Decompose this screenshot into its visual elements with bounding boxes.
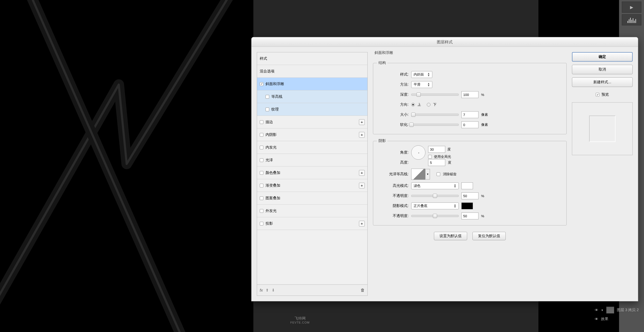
- preview-checkbox[interactable]: ✓: [596, 93, 599, 96]
- trash-icon[interactable]: 🗑: [361, 288, 365, 293]
- style-item-gradient-overlay[interactable]: 渐变叠加+: [257, 179, 367, 192]
- checkbox-icon[interactable]: [260, 184, 263, 187]
- add-icon[interactable]: +: [359, 221, 365, 227]
- style-list[interactable]: 样式 混合选项 斜面和浮雕 等高线 纹理 描边+ 内阴影+ 内发光 光泽 颜色叠…: [257, 52, 368, 285]
- size-input[interactable]: 7: [461, 111, 479, 118]
- watermark-site: FEVTE.COM: [290, 321, 310, 324]
- size-label: 大小:: [377, 112, 409, 117]
- move-down-icon[interactable]: ⬇: [272, 288, 275, 293]
- cancel-button[interactable]: 取消: [572, 65, 633, 74]
- soften-unit: 像素: [481, 122, 488, 127]
- checkbox-icon[interactable]: [260, 209, 263, 213]
- highlight-mode-label: 高光模式:: [377, 183, 409, 188]
- disclosure-icon[interactable]: ▼: [601, 309, 604, 312]
- altitude-input[interactable]: 5: [428, 159, 445, 166]
- checkbox-icon[interactable]: [260, 146, 263, 149]
- add-icon[interactable]: +: [359, 119, 365, 125]
- play-button[interactable]: [622, 2, 641, 13]
- technique-select[interactable]: 平滑▲▼: [411, 81, 432, 88]
- fx-icon[interactable]: fx: [260, 288, 263, 292]
- style-item-pattern-overlay[interactable]: 图案叠加: [257, 192, 367, 205]
- style-item-texture[interactable]: 纹理: [257, 103, 367, 116]
- add-icon[interactable]: +: [359, 170, 365, 176]
- style-item-bevel-emboss[interactable]: 斜面和浮雕: [257, 78, 367, 90]
- shadow-opacity-label: 不透明度:: [377, 214, 409, 218]
- preview-box: [572, 102, 633, 155]
- move-up-icon[interactable]: ⬆: [266, 288, 269, 293]
- shadow-opacity-input[interactable]: 50: [461, 213, 479, 219]
- direction-down-radio[interactable]: [427, 103, 430, 107]
- shadow-mode-select[interactable]: 正片叠底▲▼: [411, 202, 459, 209]
- dialog-right-column: 确定 取消 新建样式... ✓ 预览: [572, 52, 633, 296]
- soften-slider[interactable]: [411, 124, 459, 126]
- direction-up-radio[interactable]: [411, 103, 415, 107]
- new-style-button[interactable]: 新建样式...: [572, 77, 633, 87]
- shadow-opacity-slider[interactable]: [411, 215, 459, 217]
- shading-group: 阴影 角度: 30 度 使用全局光: [373, 139, 567, 225]
- layer-name[interactable]: 图层 3 拷贝 2: [617, 308, 639, 312]
- style-item-inner-shadow[interactable]: 内阴影+: [257, 128, 367, 141]
- style-item-inner-glow[interactable]: 内发光: [257, 141, 367, 154]
- shadow-mode-label: 阴影模式:: [377, 204, 409, 208]
- style-list-footer: fx ⬆ ⬇ 🗑: [257, 285, 368, 296]
- checkbox-icon[interactable]: [260, 222, 263, 225]
- style-item-blend-options[interactable]: 混合选项: [257, 65, 367, 78]
- highlight-opacity-slider[interactable]: [411, 195, 459, 197]
- checkbox-icon[interactable]: [266, 108, 269, 111]
- soften-label: 软化:: [377, 122, 409, 127]
- depth-input[interactable]: 100: [461, 91, 479, 98]
- bevel-options-panel: 斜面和浮雕 结构 样式: 内斜面▲▼ 方法: 平滑▲▼ 深度: 100 %: [373, 52, 567, 296]
- style-item-color-overlay[interactable]: 颜色叠加+: [257, 167, 367, 179]
- layer-thumbnail[interactable]: [606, 307, 614, 313]
- preview-label: 预览: [602, 92, 609, 97]
- depth-slider[interactable]: [411, 94, 459, 96]
- add-icon[interactable]: +: [359, 132, 365, 138]
- gloss-contour-label: 光泽等高线:: [377, 172, 409, 177]
- checkbox-icon[interactable]: [260, 133, 263, 137]
- size-unit: 像素: [481, 112, 488, 117]
- ok-button[interactable]: 确定: [572, 52, 633, 62]
- layer-style-dialog: 图层样式 样式 混合选项 斜面和浮雕 等高线 纹理 描边+ 内阴影+ 内发光 光…: [251, 37, 638, 301]
- checkbox-icon[interactable]: [260, 120, 263, 124]
- angle-dial[interactable]: [411, 145, 425, 160]
- reset-default-button[interactable]: 复位为默认值: [472, 232, 506, 240]
- altitude-label: 高度:: [377, 160, 409, 165]
- highlight-opacity-input[interactable]: 50: [461, 192, 479, 199]
- angle-input[interactable]: 30: [428, 146, 445, 153]
- visibility-icon[interactable]: 👁: [595, 317, 598, 321]
- checkbox-icon[interactable]: [266, 95, 269, 99]
- depth-unit: %: [481, 93, 484, 97]
- visibility-icon[interactable]: 👁: [595, 308, 598, 312]
- style-item-outer-glow[interactable]: 外发光: [257, 205, 367, 217]
- style-select[interactable]: 内斜面▲▼: [411, 71, 432, 78]
- shadow-color-swatch[interactable]: [461, 202, 473, 209]
- highlight-color-swatch[interactable]: [461, 182, 473, 189]
- layers-panel-fragment: 👁 ▼ 图层 3 拷贝 2 👁 效果: [595, 307, 639, 321]
- checkbox-icon[interactable]: [260, 158, 263, 162]
- size-slider[interactable]: [411, 114, 459, 116]
- effects-label[interactable]: 效果: [601, 317, 608, 321]
- angle-label: 角度:: [377, 150, 409, 155]
- preview-swatch: [589, 116, 615, 142]
- style-item-drop-shadow[interactable]: 投影+: [257, 217, 367, 230]
- technique-label: 方法:: [377, 82, 409, 87]
- antialias-checkbox[interactable]: [437, 172, 440, 176]
- direction-label: 方向:: [377, 102, 409, 107]
- histogram-button[interactable]: [622, 14, 641, 25]
- checkbox-icon[interactable]: [260, 171, 263, 175]
- style-item-stroke[interactable]: 描边+: [257, 116, 367, 128]
- style-item-contour[interactable]: 等高线: [257, 90, 367, 103]
- style-item-satin[interactable]: 光泽: [257, 154, 367, 167]
- checkbox-icon[interactable]: [260, 196, 263, 200]
- checkbox-icon[interactable]: [260, 82, 263, 86]
- make-default-button[interactable]: 设置为默认值: [434, 232, 467, 240]
- global-light-checkbox[interactable]: [428, 155, 432, 159]
- gloss-contour-picker[interactable]: ▼: [411, 169, 425, 180]
- style-label: 样式:: [377, 72, 409, 77]
- soften-input[interactable]: 0: [461, 121, 479, 128]
- watermark: 飞特网 FEVTE.COM: [290, 316, 310, 324]
- add-icon[interactable]: +: [359, 183, 365, 188]
- highlight-mode-select[interactable]: 滤色▲▼: [411, 182, 459, 189]
- style-item-styles[interactable]: 样式: [257, 52, 367, 65]
- bevel-title: 斜面和浮雕: [375, 50, 567, 55]
